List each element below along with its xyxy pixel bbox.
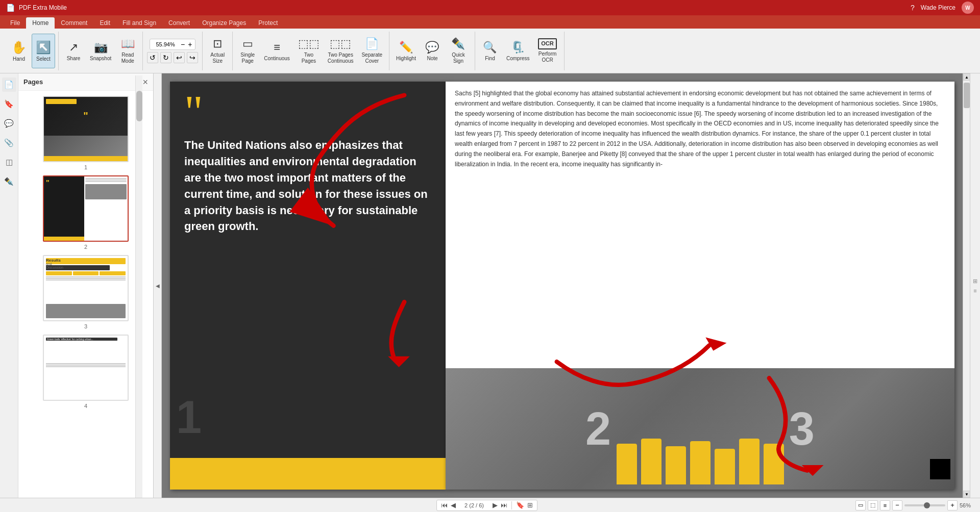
user-name: Wade Pierce (921, 4, 955, 11)
zoom-input[interactable] (152, 41, 179, 47)
tab-comment[interactable]: Comment (55, 17, 93, 29)
read-mode-label: ReadMode (121, 52, 134, 64)
page-thumb-4[interactable]: Green balls 'effective' for curbing urba… (43, 335, 129, 409)
perform-ocr-button[interactable]: OCR PerformOCR (534, 34, 561, 68)
snapshot-button[interactable]: 📷 Snapshot (86, 34, 115, 68)
highlight-icon: ✏️ (399, 41, 413, 54)
page-thumb-2[interactable]: " 2 (43, 175, 129, 250)
single-page-button[interactable]: ▭ SinglePage (236, 34, 259, 68)
note-icon: 💬 (425, 41, 439, 54)
find-button[interactable]: 🔍 Find (478, 34, 502, 68)
nav-controls: ⏮ ◀ 2 (2 / 6) ▶ ⏭ 🔖 ⊞ (436, 500, 537, 511)
nav-separator (511, 501, 512, 509)
zoom-in-button[interactable]: + (947, 500, 958, 510)
separate-cover-label: SeparateCover (361, 52, 382, 64)
view-mode-button-2[interactable]: ⬚ (868, 500, 878, 510)
two-pages-label: TwoPages (302, 52, 316, 64)
quick-sign-button[interactable]: ✒️ QuickSign (445, 34, 472, 68)
zoom-minus-button[interactable]: − (180, 41, 186, 48)
right-panel-icon-1[interactable]: ⊞ (973, 278, 977, 285)
actual-size-icon: ⊡ (213, 37, 222, 50)
note-label: Note (427, 56, 437, 61)
perform-ocr-icon: OCR (538, 38, 556, 49)
zoom-slider[interactable] (904, 504, 945, 506)
note-button[interactable]: 💬 Note (421, 34, 444, 68)
read-mode-icon: 📖 (121, 37, 135, 50)
continuous-icon: ≡ (274, 41, 280, 54)
tab-file[interactable]: File (4, 17, 26, 29)
help-icon[interactable]: ? (911, 4, 915, 12)
rotate-left-button[interactable]: ↺ (147, 52, 158, 63)
select-button[interactable]: ↖️ Select (32, 34, 55, 68)
zoom-plus-button[interactable]: + (187, 41, 193, 48)
sidebar-signatures-icon[interactable]: ✒️ (2, 174, 16, 189)
page-thumb-3[interactable]: Results and Discussion 3 (43, 255, 129, 329)
find-icon: 🔍 (483, 41, 497, 54)
hand-icon: ✋ (11, 40, 27, 55)
panel-collapse-arrow[interactable]: ◀ (154, 73, 162, 498)
color-swatch (930, 459, 950, 479)
sidebar-pages-icon[interactable]: 📄 (2, 78, 16, 92)
image-page-num-2: 2 (585, 403, 611, 455)
nav-prev-button[interactable]: ◀ (451, 501, 456, 509)
user-avatar: W (962, 2, 974, 14)
highlight-label: Highlight (396, 56, 416, 61)
actual-size-button[interactable]: ⊡ ActualSize (206, 34, 229, 68)
pdf-content: " The United Nations also emphasizes tha… (162, 73, 963, 498)
two-pages-icon: ⬚⬚ (298, 37, 320, 50)
snapshot-label: Snapshot (90, 56, 111, 61)
image-page-num-3: 3 (789, 403, 815, 455)
pages-panel-title: Pages (23, 78, 43, 86)
tab-convert[interactable]: Convert (162, 17, 196, 29)
pages-panel-close[interactable]: × (142, 78, 148, 87)
redo-button[interactable]: ↪ (187, 52, 198, 63)
bikes-image: 2 3 (446, 368, 954, 490)
rotate-right-button[interactable]: ↻ (160, 52, 172, 63)
hand-button[interactable]: ✋ Hand (7, 34, 31, 68)
continuous-button[interactable]: ≡ Continuous (260, 34, 293, 68)
view-mode-button-3[interactable]: ≡ (880, 500, 890, 510)
right-panel-icon-2[interactable]: ≡ (973, 288, 976, 294)
compress-label: Compress (506, 56, 530, 61)
page-thumb-1[interactable]: " 1 (43, 96, 129, 170)
highlight-button[interactable]: ✏️ Highlight (393, 34, 420, 68)
view-mode-button-1[interactable]: ▭ (855, 500, 866, 510)
quick-sign-label: QuickSign (452, 52, 465, 64)
read-mode-button[interactable]: 📖 ReadMode (116, 34, 139, 68)
quote-mark: " (170, 82, 446, 133)
nav-thumbnail-button[interactable]: ⊞ (527, 501, 533, 509)
separate-cover-icon: 📄 (365, 37, 379, 50)
perform-ocr-label: PerformOCR (538, 51, 557, 63)
share-icon: ↗ (69, 41, 78, 54)
nav-next-button[interactable]: ▶ (493, 501, 498, 509)
right-page-text: Sachs [5] highlighted that the global ec… (455, 90, 939, 168)
share-button[interactable]: ↗ Share (62, 34, 85, 68)
tab-edit[interactable]: Edit (93, 17, 116, 29)
tab-home[interactable]: Home (26, 17, 55, 29)
compress-icon: 🗜️ (511, 41, 525, 54)
pages-panel: Pages × " 1 (18, 73, 154, 498)
page-1-label: 1 (84, 164, 87, 170)
sidebar-layers-icon[interactable]: ◫ (2, 155, 16, 169)
nav-last-button[interactable]: ⏭ (501, 501, 507, 509)
tab-organize[interactable]: Organize Pages (196, 17, 252, 29)
zoom-out-button[interactable]: − (892, 500, 902, 510)
select-icon: ↖️ (36, 40, 51, 55)
tab-protect[interactable]: Protect (252, 17, 284, 29)
page-2-label: 2 (84, 244, 87, 250)
two-pages-continuous-button[interactable]: ⬚⬚ Two PagesContinuous (324, 34, 357, 68)
page-info: 2 (2 / 6) (459, 502, 489, 508)
nav-first-button[interactable]: ⏮ (441, 501, 448, 509)
two-pages-button[interactable]: ⬚⬚ TwoPages (295, 34, 323, 68)
sidebar-bookmarks-icon[interactable]: 🔖 (2, 97, 16, 111)
separate-cover-button[interactable]: 📄 SeparateCover (358, 34, 386, 68)
actual-size-label: ActualSize (210, 52, 225, 64)
sidebar-annotations-icon[interactable]: 💬 (2, 116, 16, 131)
nav-bookmark-button[interactable]: 🔖 (516, 501, 524, 509)
left-page: " The United Nations also emphasizes tha… (170, 82, 446, 490)
tab-fill-sign[interactable]: Fill and Sign (116, 17, 162, 29)
sidebar-attachments-icon[interactable]: 📎 (2, 136, 16, 150)
compress-button[interactable]: 🗜️ Compress (503, 34, 533, 68)
app-title: PDF Extra Mobile (19, 4, 67, 11)
undo-button[interactable]: ↩ (174, 52, 185, 63)
